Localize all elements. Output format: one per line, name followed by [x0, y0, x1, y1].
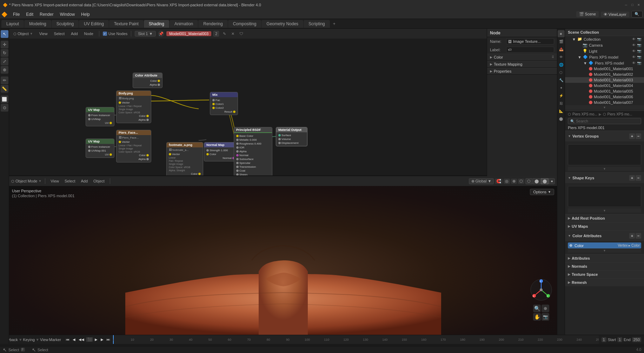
color-attr-item[interactable]: ⊕ Color Vertex ▸ Color	[568, 242, 641, 248]
tool-transform[interactable]: ⊕	[1, 66, 8, 74]
shape-keys-list[interactable]	[568, 186, 641, 207]
material-selector[interactable]: Model001_Material003	[166, 31, 211, 36]
rpanel-tab-material[interactable]: ⬤	[558, 115, 565, 122]
camera-render-icon[interactable]: 📷	[637, 43, 641, 47]
sc-mat-002[interactable]: Model001_Material002	[565, 72, 644, 77]
sc-mat-001[interactable]: Model001_Material001	[565, 66, 644, 72]
keying-label[interactable]: Keying	[23, 338, 35, 342]
stop-btn[interactable]: ⬛	[86, 337, 93, 342]
play-btn[interactable]: ▶	[93, 337, 99, 342]
pin-button[interactable]: 📌	[158, 31, 164, 37]
texture-space-header[interactable]: ▶ Texture Space	[565, 271, 644, 278]
tab-animation[interactable]: Animation	[170, 20, 198, 28]
tool-add-cube[interactable]: ⬜	[1, 95, 8, 103]
piers-render-icon[interactable]: 📷	[637, 55, 641, 59]
vp-menu-add[interactable]: Add	[79, 178, 90, 184]
sk-add-btn[interactable]: +	[629, 175, 635, 181]
ne-menu-add[interactable]: Add	[69, 31, 80, 36]
sc-mat-003[interactable]: Model001_Material003	[565, 77, 644, 83]
sc-piers-xps-model[interactable]: ▼ 🔷 Piers XPS model 👁 📷	[565, 54, 644, 60]
rpanel-tab-data[interactable]: 📐	[558, 107, 565, 114]
proportional-edit[interactable]: ◎	[504, 179, 510, 184]
node-footmate[interactable]: footmate_a.png 🖼footmate_a... Vector Lin…	[166, 142, 203, 175]
tab-rendering[interactable]: Rendering	[198, 20, 227, 28]
tool-scale[interactable]: ⤢	[1, 58, 8, 65]
vertex-groups-header[interactable]: ▼ Vertex Groups + −	[565, 131, 644, 141]
node-piers-face[interactable]: Piers_Face... 🖼Piers_Face... Vector Line…	[116, 130, 151, 162]
tab-uv-editing[interactable]: UV Editing	[79, 20, 109, 28]
maximize-button[interactable]: □	[630, 2, 635, 7]
tool-annotate[interactable]: ✏	[1, 76, 8, 84]
sc-mat-006[interactable]: Model001_Material006	[565, 94, 644, 100]
add-workspace-button[interactable]: +	[330, 21, 338, 27]
step-fwd-btn[interactable]: ▶	[99, 337, 105, 342]
rpanel-tab-constraints[interactable]: ⛓	[558, 100, 565, 107]
ca-remove-btn[interactable]: −	[636, 233, 641, 239]
rpanel-tab-world[interactable]: 🌐	[558, 61, 565, 68]
overlay-toggle[interactable]: ⬡	[518, 179, 524, 184]
sc-collection[interactable]: ▼ 📁 Collection 👁 📷	[565, 36, 644, 42]
viewlayer-selector[interactable]: 👁 ViewLayer	[601, 12, 629, 17]
piers-001-render-icon[interactable]: 📷	[637, 61, 641, 65]
scroll-down-btn[interactable]: ▼	[565, 105, 644, 109]
light-eye-icon[interactable]: 👁	[632, 49, 636, 53]
tab-geometry-nodes[interactable]: Geometry Nodes	[261, 20, 303, 28]
node-principled-bsdf[interactable]: Principled BSDF Base Color Metallic 0.00…	[234, 127, 272, 175]
add-rest-position-header[interactable]: ▶ Add Rest Position	[565, 214, 644, 222]
rpanel-tab-scene[interactable]: ≡	[558, 30, 565, 37]
transform-global-selector[interactable]: ⊕ Global ▼	[469, 178, 494, 184]
slot-selector[interactable]: Slot 1 ▼	[135, 31, 156, 36]
menu-file[interactable]: File	[10, 11, 22, 18]
sc-light[interactable]: 💡 Light 👁 📷	[565, 48, 644, 54]
camera-btn[interactable]: 📷	[542, 313, 549, 321]
vertex-groups-list[interactable]	[568, 144, 641, 165]
rpanel-tab-modifier[interactable]: 🔧	[558, 76, 565, 84]
node-canvas[interactable]: UV Map From Instancer UVMap UV	[9, 39, 557, 175]
tab-compositing[interactable]: Compositing	[228, 20, 261, 28]
eye-icon[interactable]: 👁	[632, 37, 636, 41]
sc-mat-007[interactable]: Model001_Material007	[565, 100, 644, 105]
render-shading-btn[interactable]: ●	[549, 178, 555, 184]
rpanel-tab-physics[interactable]: ⚡	[558, 92, 565, 99]
material-shading-btn[interactable]: ⬤	[541, 178, 549, 184]
sc-piers-xps-model-001[interactable]: ▼ 🔷 Piers XPS model 👁 📷	[565, 60, 644, 66]
node-uv-map-2[interactable]: UV Map From Instancer UVMap.001 UV	[86, 139, 114, 158]
step-back-btn[interactable]: ◀	[71, 337, 77, 342]
properties-section[interactable]: ▶ Properties	[487, 68, 557, 75]
rpanel-tab-render[interactable]: 🎬	[558, 38, 565, 45]
menu-window[interactable]: Window	[57, 11, 78, 18]
node-body-png[interactable]: Body.png 🖼Body.png Vector Linear / Flat …	[116, 91, 151, 123]
tab-layout[interactable]: Layout	[1, 20, 24, 28]
scene-selector[interactable]: 🎬 Scene	[576, 11, 599, 17]
sc-mat-004[interactable]: Model001_Material004	[565, 83, 644, 88]
node-normal-map[interactable]: Normal Map Strength 1.000 Color Normal	[204, 142, 237, 161]
shape-keys-header[interactable]: ▼ Shape Keys + −	[565, 173, 644, 183]
marker-label[interactable]: Marker	[49, 338, 61, 342]
search-button[interactable]: 🔍	[631, 11, 643, 18]
tl-view-label[interactable]: View	[40, 338, 48, 342]
wire-shading-btn[interactable]: ⬡	[525, 178, 532, 184]
vg-add-btn[interactable]: +	[629, 133, 635, 139]
tab-scripting[interactable]: Scripting	[304, 20, 330, 28]
jump-end-btn[interactable]: ⏭	[105, 337, 112, 342]
use-nodes-checkbox[interactable]: ✓	[103, 32, 107, 36]
jump-start-btn[interactable]: ⏮	[65, 337, 71, 342]
vg-remove-btn[interactable]: −	[636, 133, 641, 139]
piers-001-eye-icon[interactable]: 👁	[632, 61, 636, 65]
tab-texture-paint[interactable]: Texture Paint	[109, 20, 144, 28]
viewport-3d[interactable]: User Perspective (1) Collection | Piers …	[9, 186, 557, 335]
close-button[interactable]: ✕	[636, 2, 641, 7]
node-label-input[interactable]: 🏷	[506, 47, 554, 53]
camera-eye-icon[interactable]: 👁	[632, 43, 636, 47]
ne-menu-select[interactable]: Select	[52, 31, 67, 36]
texture-mapping-section[interactable]: ▶ Texture Mapping	[487, 61, 557, 68]
rpanel-tab-output[interactable]: 📤	[558, 46, 565, 53]
material-delete-btn[interactable]: ✕	[230, 31, 236, 37]
tool-move[interactable]: ✛	[1, 41, 8, 48]
timeline-ruler[interactable]: 1102030405060708090100110120130140150160…	[113, 335, 599, 344]
tab-shading[interactable]: Shading	[144, 20, 169, 28]
tool-rotate[interactable]: ↻	[1, 49, 8, 57]
ne-menu-node[interactable]: Node	[82, 31, 95, 36]
rpanel-tab-particles[interactable]: ✦	[558, 84, 565, 91]
tab-modeling[interactable]: Modeling	[24, 20, 51, 28]
